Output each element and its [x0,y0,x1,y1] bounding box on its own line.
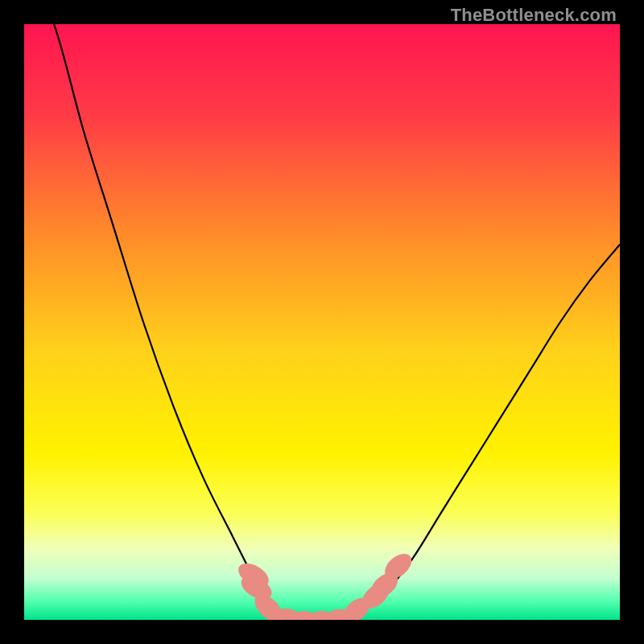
plot-area [24,24,620,620]
chart-frame: TheBottleneck.com [0,0,644,644]
bottleneck-curve [24,24,620,620]
watermark-text: TheBottleneck.com [451,5,617,26]
